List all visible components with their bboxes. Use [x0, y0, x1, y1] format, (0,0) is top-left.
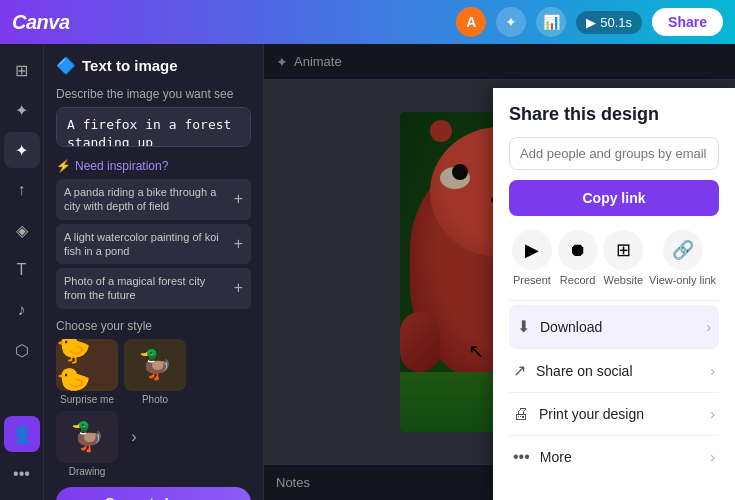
share-dialog-inner: Share this design Copy link ▶ Present ⏺ …: [493, 88, 735, 500]
icon-bar-music[interactable]: ♪: [4, 292, 40, 328]
copy-link-button[interactable]: Copy link: [509, 180, 719, 216]
style-thumb-photo: 🦆: [124, 339, 186, 391]
share-button[interactable]: Share: [652, 8, 723, 36]
share-email-input[interactable]: [509, 137, 719, 170]
style-name-drawing: Drawing: [69, 466, 106, 477]
share-record[interactable]: ⏺ Record: [558, 230, 598, 286]
website-icon: ⊞: [603, 230, 643, 270]
canvas-area: ✦ Animate: [264, 44, 735, 500]
style-name-surprise: Surprise me: [60, 394, 114, 405]
canva-logo: Canva: [12, 11, 70, 34]
icon-bar-brand[interactable]: ◈: [4, 212, 40, 248]
icon-bar-user[interactable]: 👤: [4, 416, 40, 452]
timer-display: ▶ 50.1s: [576, 11, 642, 34]
generate-button[interactable]: Generate Image: [56, 487, 251, 500]
website-label: Website: [604, 274, 644, 286]
more-icon: •••: [513, 448, 530, 466]
play-icon: ▶: [586, 15, 596, 30]
panel-header: 🔷 Text to image: [56, 56, 251, 75]
suggestion-add-1[interactable]: +: [234, 235, 243, 253]
panel-title: Text to image: [82, 57, 178, 74]
style-thumb-surprise: 🐤🐤: [56, 339, 118, 391]
main-layout: ⊞ ✦ ✦ ↑ ◈ T ♪ ⬡ 👤 ••• 🔷 Text to image De…: [0, 44, 735, 500]
record-label: Record: [560, 274, 595, 286]
print-icon: 🖨: [513, 405, 529, 423]
text-to-image-icon: 🔷: [56, 56, 76, 75]
chart-button[interactable]: 📊: [536, 7, 566, 37]
inspiration-icon: ⚡: [56, 159, 71, 173]
social-chevron: ›: [710, 363, 715, 379]
describe-input[interactable]: A firefox in a forest standing up: [56, 107, 251, 147]
suggestion-text-1: A light watercolor painting of koi fish …: [64, 230, 228, 259]
icon-bar: ⊞ ✦ ✦ ↑ ◈ T ♪ ⬡ 👤 •••: [0, 44, 44, 500]
icon-bar-grid[interactable]: ⊞: [4, 52, 40, 88]
suggestion-add-0[interactable]: +: [234, 190, 243, 208]
icon-bar-text-image[interactable]: ✦: [4, 132, 40, 168]
left-panel: 🔷 Text to image Describe the image you w…: [44, 44, 264, 500]
icon-bar-more[interactable]: •••: [4, 456, 40, 492]
suggestion-add-2[interactable]: +: [234, 279, 243, 297]
share-menu-more[interactable]: ••• More ›: [509, 436, 719, 478]
download-icon: ⬇: [517, 317, 530, 336]
download-left: ⬇ Download: [517, 317, 602, 336]
suggestion-item-1[interactable]: A light watercolor painting of koi fish …: [56, 224, 251, 265]
present-label: Present: [513, 274, 551, 286]
suggestion-item-2[interactable]: Photo of a magical forest city from the …: [56, 268, 251, 309]
share-menu-print[interactable]: 🖨 Print your design ›: [509, 393, 719, 436]
suggestion-item-0[interactable]: A panda riding a bike through a city wit…: [56, 179, 251, 220]
suggestion-text-2: Photo of a magical forest city from the …: [64, 274, 228, 303]
style-thumb-drawing: 🦆: [56, 411, 118, 463]
print-label: Print your design: [539, 406, 644, 422]
download-label: Download: [540, 319, 602, 335]
style-item-drawing[interactable]: 🦆 Drawing: [56, 411, 118, 477]
share-menu-download[interactable]: ⬇ Download ›: [509, 305, 719, 349]
share-icons-row: ▶ Present ⏺ Record ⊞ Website 🔗 View-only…: [509, 230, 719, 286]
print-chevron: ›: [710, 406, 715, 422]
share-divider: [509, 300, 719, 301]
icon-bar-upload[interactable]: ↑: [4, 172, 40, 208]
present-icon: ▶: [512, 230, 552, 270]
style-item-photo[interactable]: 🦆 Photo: [124, 339, 186, 405]
social-label: Share on social: [536, 363, 633, 379]
social-icon: ↗: [513, 361, 526, 380]
style-name-photo: Photo: [142, 394, 168, 405]
record-icon: ⏺: [558, 230, 598, 270]
print-left: 🖨 Print your design: [513, 405, 644, 423]
share-website[interactable]: ⊞ Website: [603, 230, 643, 286]
sparkle-button[interactable]: ✦: [496, 7, 526, 37]
more-left: ••• More: [513, 448, 572, 466]
view-only-icon: 🔗: [663, 230, 703, 270]
describe-label: Describe the image you want see: [56, 87, 251, 101]
share-dialog: Share this design Copy link ▶ Present ⏺ …: [493, 88, 735, 500]
icon-bar-apps[interactable]: ⬡: [4, 332, 40, 368]
download-chevron: ›: [706, 319, 711, 335]
topbar: Canva A ✦ 📊 ▶ 50.1s Share: [0, 0, 735, 44]
view-only-label: View-only link: [649, 274, 716, 286]
icon-bar-text[interactable]: T: [4, 252, 40, 288]
inspiration-link[interactable]: ⚡ Need inspiration?: [56, 159, 251, 173]
suggestion-text-0: A panda riding a bike through a city wit…: [64, 185, 228, 214]
avatar[interactable]: A: [456, 7, 486, 37]
style-grid: 🐤🐤 Surprise me 🦆 Photo 🦆 Drawing ›: [56, 339, 251, 477]
share-view-only[interactable]: 🔗 View-only link: [649, 230, 716, 286]
share-menu-social[interactable]: ↗ Share on social ›: [509, 349, 719, 393]
share-dialog-title: Share this design: [509, 104, 719, 125]
more-label: More: [540, 449, 572, 465]
icon-bar-elements[interactable]: ✦: [4, 92, 40, 128]
share-present[interactable]: ▶ Present: [512, 230, 552, 286]
style-item-surprise[interactable]: 🐤🐤 Surprise me: [56, 339, 118, 405]
style-label: Choose your style: [56, 319, 251, 333]
social-left: ↗ Share on social: [513, 361, 633, 380]
more-chevron: ›: [710, 449, 715, 465]
style-more-button[interactable]: ›: [124, 411, 144, 463]
